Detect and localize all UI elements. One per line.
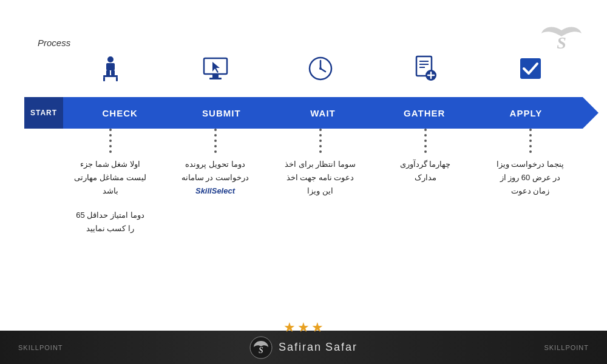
step-label-wait: WAIT [272, 108, 373, 118]
check-sec-1: دوما امتیاز حداقل 65 [65, 209, 156, 222]
svg-rect-2 [106, 63, 115, 70]
desc-row: اولا شغل شما جزء لیست مشاغل مهارتی باشد … [58, 158, 583, 235]
svg-text:S: S [557, 33, 566, 52]
start-label: START [24, 97, 63, 129]
wait-desc-3: این ویزا [275, 184, 366, 198]
step-desc-gather: چهارما گردآوری مدارک [380, 158, 471, 235]
apply-desc-2: در عرض 60 روز از [485, 171, 576, 184]
dotted-line-wait [275, 129, 366, 153]
svg-rect-4 [111, 70, 115, 75]
step-icon-wait [275, 53, 366, 84]
dotted-line-check [65, 129, 156, 153]
svg-rect-10 [209, 78, 222, 79]
step-label-gather: GATHER [374, 108, 475, 118]
check-sec-2: را کسب نمایید [65, 222, 156, 235]
dotted-line-submit [170, 129, 261, 153]
step-label-apply: APPLY [475, 108, 577, 118]
svg-rect-5 [103, 75, 118, 77]
step-icon-check [65, 53, 156, 84]
step-label-submit: SUBMIT [171, 108, 272, 118]
step-icon-gather [380, 53, 471, 84]
apply-desc-3: زمان دعوت [485, 184, 576, 198]
arrow-banner: START CHECK SUBMIT WAIT GATHER APPLY [24, 97, 583, 129]
svg-rect-9 [212, 74, 219, 78]
gather-desc-2: مدارک [380, 171, 471, 184]
wait-desc-2: دعوت نامه جهت اخذ [275, 171, 366, 184]
wait-desc-1: سوما انتظار برای اخذ [275, 158, 366, 171]
step-icon-submit [170, 53, 261, 84]
gather-desc-1: چهارما گردآوری [380, 158, 471, 171]
step-desc-check: اولا شغل شما جزء لیست مشاغل مهارتی باشد … [65, 158, 156, 235]
steps-labels: CHECK SUBMIT WAIT GATHER APPLY [63, 108, 583, 118]
submit-desc-2: درخواست در سامانه [170, 171, 261, 184]
submit-skillselect: SkillSelect [170, 184, 261, 198]
check-desc-1: اولا شغل شما جزء [65, 158, 156, 171]
svg-marker-11 [212, 62, 220, 73]
submit-desc-1: دوما تحویل پرونده [170, 158, 261, 171]
footer-right-text: SKILLPOINT [544, 344, 589, 351]
dotted-line-gather [380, 129, 471, 153]
icons-row [58, 53, 583, 84]
step-desc-submit: دوما تحویل پرونده درخواست در سامانه Skil… [170, 158, 261, 235]
footer-sides: SKILLPOINT SKILLPOINT [0, 331, 607, 364]
step-icon-apply [485, 53, 576, 84]
process-label: Process [38, 38, 70, 48]
svg-point-15 [319, 67, 322, 70]
footer-left-text: SKILLPOINT [18, 344, 63, 351]
step-desc-wait: سوما انتظار برای اخذ دعوت نامه جهت اخذ ا… [275, 158, 366, 235]
check-secondary: دوما امتیاز حداقل 65 را کسب نمایید [65, 209, 156, 235]
svg-point-1 [107, 56, 114, 62]
check-desc-3: باشد [65, 184, 156, 198]
svg-rect-7 [116, 77, 118, 81]
arrow-body: CHECK SUBMIT WAIT GATHER APPLY [63, 97, 583, 129]
check-desc-2: لیست مشاغل مهارتی [65, 171, 156, 184]
svg-rect-6 [103, 77, 105, 81]
step-desc-apply: پنجما درخواست ویزا در عرض 60 روز از زمان… [485, 158, 576, 235]
step-label-check: CHECK [69, 108, 171, 118]
dotted-lines-row [58, 129, 583, 153]
apply-desc-1: پنجما درخواست ویزا [485, 158, 576, 171]
footer: ★ ★ ★ S Safiran Safar SKILLPOINT SKILLPO… [0, 331, 607, 364]
dotted-line-apply [485, 129, 576, 153]
